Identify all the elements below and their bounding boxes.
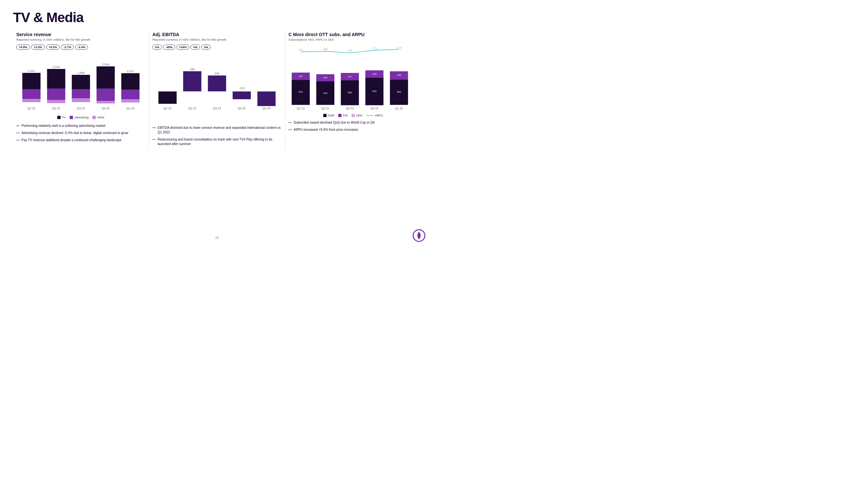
badge-q1-23-sr: -2.4% [75, 44, 88, 50]
legend-arpu: ARPU [366, 114, 383, 117]
page: TV & Media Service revenue Reported curr… [0, 0, 434, 244]
svg-text:550: 550 [348, 91, 352, 94]
svg-text:158: 158 [347, 49, 352, 52]
legend-advertising-label: Advertising [74, 116, 89, 119]
svg-text:1,898: 1,898 [77, 71, 85, 74]
svg-text:Q3 22: Q3 22 [77, 107, 85, 110]
svg-rect-34 [257, 91, 276, 106]
bullet-eb-2: Restructuring and brand consolidation on… [152, 137, 282, 147]
svg-text:167: 167 [299, 75, 303, 78]
legend-tv: TV [57, 116, 66, 119]
legend-swe-color [323, 114, 327, 117]
legend-den: DEN [352, 114, 362, 117]
page-title: TV & Media [13, 10, 421, 25]
svg-text:Q4 22: Q4 22 [238, 107, 246, 110]
svg-text:155: 155 [323, 76, 328, 79]
charts-row: Service revenue Reported currency, in SE… [13, 32, 421, 149]
service-revenue-legend: TV Advertising Other [16, 116, 146, 119]
badge-q1-22-eb: n/a [152, 44, 162, 50]
svg-text:Q1 23: Q1 23 [126, 107, 134, 110]
svg-text:Q4 22: Q4 22 [371, 107, 378, 110]
svg-rect-2 [23, 89, 41, 99]
badge-q1-22-sr: +5.8% [16, 44, 30, 50]
bullet-sr-3: Pay TV revenue stabilized despite a cont… [16, 138, 146, 142]
cmore-section: C More direct OTT subs. and ARPU Subscri… [285, 32, 421, 149]
adj-ebitda-badges: n/a -40% +24% n/a n/a [152, 44, 282, 50]
bullet-cm-1: Subscriber based declined QoQ due to Wor… [288, 120, 418, 125]
legend-arpu-line [366, 115, 373, 116]
legend-other-color [92, 116, 96, 119]
svg-text:Q1 22: Q1 22 [297, 107, 305, 110]
svg-rect-32 [233, 91, 251, 99]
legend-arpu-label: ARPU [375, 114, 383, 117]
svg-text:234: 234 [215, 72, 219, 75]
adj-ebitda-title: Adj. EBITDA [152, 32, 282, 37]
svg-text:Q1 23: Q1 23 [395, 107, 403, 110]
svg-rect-15 [97, 101, 115, 103]
svg-text:2,333: 2,333 [53, 65, 60, 69]
svg-rect-6 [47, 89, 65, 100]
svg-rect-5 [47, 69, 65, 89]
svg-text:178: 178 [397, 46, 401, 50]
badge-q2-22-sr: +2.0% [31, 44, 45, 50]
svg-text:173: 173 [372, 47, 377, 50]
svg-rect-18 [121, 90, 140, 99]
svg-text:Q1 23: Q1 23 [262, 107, 271, 110]
legend-tv-label: TV [62, 116, 66, 119]
svg-rect-11 [72, 98, 90, 102]
svg-rect-30 [208, 75, 226, 91]
svg-text:163: 163 [298, 48, 303, 52]
legend-tv-color [57, 116, 61, 119]
adj-ebitda-section: Adj. EBITDA Reported currency, in SEK mi… [149, 32, 285, 149]
badge-q1-23-eb: n/a [201, 44, 211, 50]
legend-advertising: Advertising [70, 116, 89, 119]
cmore-title: C More direct OTT subs. and ARPU [288, 32, 418, 37]
svg-text:Q2 22: Q2 22 [188, 107, 196, 110]
svg-text:Q2 22: Q2 22 [52, 107, 60, 110]
adj-ebitda-bullets: EBITDA declined due to lower service rev… [152, 126, 282, 147]
cmore-subtitle: Subscriptions '000, ARPU in SEK [288, 38, 418, 41]
bullet-sr-2: Advertising revenue declined -5.4% due t… [16, 131, 146, 135]
svg-rect-13 [97, 66, 115, 89]
svg-text:165: 165 [323, 47, 328, 51]
badge-q3-22-eb: +24% [177, 44, 189, 50]
adj-ebitda-chart: -191 345 234 -112 -364 Q1 22 Q2 22 Q [152, 53, 282, 112]
svg-text:Q3 22: Q3 22 [346, 107, 353, 110]
cmore-chart: 163 165 158 173 178 551 167 523 [288, 44, 418, 115]
legend-fin-label: FIN [343, 114, 348, 117]
svg-rect-9 [72, 75, 90, 89]
bullet-eb-1: EBITDA declined due to lower service rev… [152, 126, 282, 135]
svg-text:Q2 22: Q2 22 [321, 107, 329, 110]
svg-text:183: 183 [397, 73, 401, 76]
legend-fin: FIN [338, 114, 348, 117]
telia-logo [412, 229, 424, 241]
badge-q4-22-eb: n/a [190, 44, 200, 50]
svg-rect-7 [47, 100, 65, 103]
svg-text:Q1 22: Q1 22 [163, 107, 172, 110]
svg-text:2,031: 2,031 [28, 69, 35, 72]
legend-fin-color [338, 114, 342, 117]
svg-text:Q3 22: Q3 22 [213, 107, 221, 110]
svg-text:2,012: 2,012 [127, 70, 134, 73]
svg-rect-17 [121, 73, 140, 90]
service-revenue-subtitle: Reported currency, in SEK millions, like… [16, 38, 146, 41]
badge-q2-22-eb: -40% [163, 44, 175, 50]
svg-text:605: 605 [372, 90, 377, 93]
bullet-sr-1: Performing relatively well in a softenin… [16, 124, 146, 128]
service-revenue-chart: 2,031 2,333 1,898 2,564 [16, 53, 146, 112]
legend-swe: SWE [323, 114, 335, 117]
svg-rect-28 [183, 71, 202, 91]
svg-rect-26 [159, 91, 177, 104]
svg-text:Q1 22: Q1 22 [27, 107, 35, 110]
service-revenue-bullets: Performing relatively well in a softenin… [16, 124, 146, 142]
legend-other: Other [92, 116, 104, 119]
service-revenue-badges: +5.8% +2.0% +0.2% -2.7% -2.4% [16, 44, 146, 50]
svg-rect-14 [97, 89, 115, 101]
svg-text:345: 345 [190, 68, 195, 71]
svg-text:Q4 22: Q4 22 [101, 107, 110, 110]
svg-text:560: 560 [397, 91, 401, 93]
legend-other-label: Other [97, 116, 104, 119]
svg-rect-3 [23, 99, 41, 102]
page-number: 12 [215, 236, 219, 239]
svg-rect-19 [121, 99, 140, 102]
